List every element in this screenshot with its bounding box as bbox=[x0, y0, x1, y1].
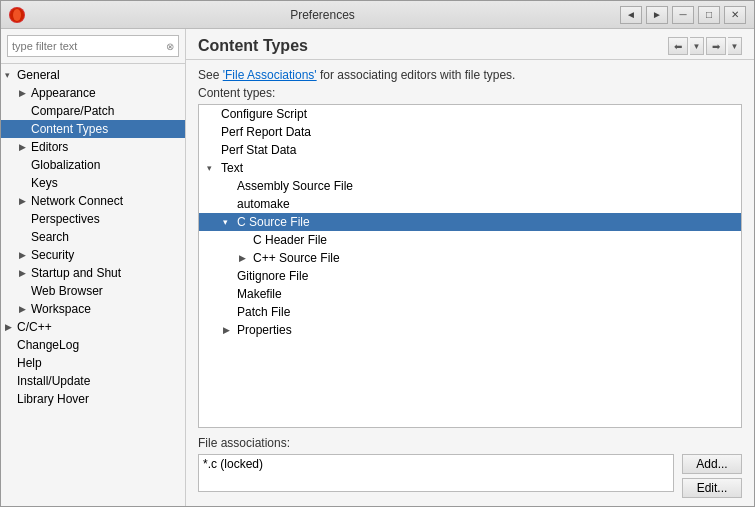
search-field-container: ⊗ bbox=[7, 35, 179, 57]
sidebar-item-editors[interactable]: ▶Editors bbox=[1, 138, 185, 156]
content-types-label: Content types: bbox=[198, 86, 742, 100]
content-header: Content Types ⬅ ▼ ➡ ▼ bbox=[186, 29, 754, 60]
list-item-c-header[interactable]: C Header File bbox=[199, 231, 741, 249]
back-btn[interactable]: ⬅ bbox=[668, 37, 688, 55]
window-title: Preferences bbox=[25, 8, 620, 22]
list-item-text[interactable]: ▾Text bbox=[199, 159, 741, 177]
sidebar-item-network-connect[interactable]: ▶Network Connect bbox=[1, 192, 185, 210]
sidebar-item-keys[interactable]: Keys bbox=[1, 174, 185, 192]
back-drop-btn[interactable]: ▼ bbox=[690, 37, 704, 55]
sidebar-item-general[interactable]: ▾General bbox=[1, 66, 185, 84]
info-before: See bbox=[198, 68, 223, 82]
list-item-cpp-source[interactable]: ▶C++ Source File bbox=[199, 249, 741, 267]
search-input[interactable] bbox=[12, 40, 132, 52]
sidebar-item-security[interactable]: ▶Security bbox=[1, 246, 185, 264]
eclipse-icon bbox=[9, 7, 25, 23]
nav-forward-btn[interactable]: ► bbox=[646, 6, 668, 24]
sidebar-item-globalization[interactable]: Globalization bbox=[1, 156, 185, 174]
edit-button[interactable]: Edit... bbox=[682, 478, 742, 498]
info-text: See 'File Associations' for associating … bbox=[198, 68, 742, 82]
list-item-configure-script[interactable]: Configure Script bbox=[199, 105, 741, 123]
list-item-automake[interactable]: automake bbox=[199, 195, 741, 213]
sidebar-item-workspace[interactable]: ▶Workspace bbox=[1, 300, 185, 318]
file-assoc-buttons: Add... Edit... bbox=[682, 454, 742, 498]
content-list: Configure ScriptPerf Report DataPerf Sta… bbox=[199, 105, 741, 339]
sidebar-item-web-browser[interactable]: Web Browser bbox=[1, 282, 185, 300]
sidebar-item-cpp[interactable]: ▶C/C++ bbox=[1, 318, 185, 336]
sidebar-item-appearance[interactable]: ▶Appearance bbox=[1, 84, 185, 102]
window-controls: ◄ ► ─ □ ✕ bbox=[620, 6, 746, 24]
content-area: Content Types ⬅ ▼ ➡ ▼ See 'File Associat… bbox=[186, 29, 754, 506]
list-item-properties[interactable]: ▶Properties bbox=[199, 321, 741, 339]
file-assoc-section: File associations: *.c (locked) Add... E… bbox=[198, 436, 742, 498]
sidebar-item-changelog[interactable]: ChangeLog bbox=[1, 336, 185, 354]
svg-point-1 bbox=[13, 9, 21, 21]
list-item-patch-file[interactable]: Patch File bbox=[199, 303, 741, 321]
file-assoc-label: File associations: bbox=[198, 436, 742, 450]
sidebar-item-perspectives[interactable]: Perspectives bbox=[1, 210, 185, 228]
sidebar: ⊗ ▾General▶AppearanceCompare/PatchConten… bbox=[1, 29, 186, 506]
main-area: ⊗ ▾General▶AppearanceCompare/PatchConten… bbox=[1, 29, 754, 506]
sidebar-item-install-update[interactable]: Install/Update bbox=[1, 372, 185, 390]
list-item-gitignore[interactable]: Gitignore File bbox=[199, 267, 741, 285]
list-item-makefile[interactable]: Makefile bbox=[199, 285, 741, 303]
content-list-container[interactable]: Configure ScriptPerf Report DataPerf Sta… bbox=[198, 104, 742, 428]
list-item-c-source[interactable]: ▾C Source File bbox=[199, 213, 741, 231]
fwd-drop-btn[interactable]: ▼ bbox=[728, 37, 742, 55]
sidebar-item-content-types[interactable]: Content Types bbox=[1, 120, 185, 138]
file-assoc-link[interactable]: 'File Associations' bbox=[223, 68, 317, 82]
fwd-btn[interactable]: ➡ bbox=[706, 37, 726, 55]
close-btn[interactable]: ✕ bbox=[724, 6, 746, 24]
search-clear-icon[interactable]: ⊗ bbox=[166, 41, 174, 52]
search-box: ⊗ bbox=[1, 29, 185, 64]
sidebar-item-compare-patch[interactable]: Compare/Patch bbox=[1, 102, 185, 120]
maximize-btn[interactable]: □ bbox=[698, 6, 720, 24]
file-assoc-list[interactable]: *.c (locked) bbox=[198, 454, 674, 492]
sidebar-item-library-hover[interactable]: Library Hover bbox=[1, 390, 185, 408]
nav-back-btn[interactable]: ◄ bbox=[620, 6, 642, 24]
title-bar-left bbox=[9, 7, 25, 23]
list-item-perf-stat[interactable]: Perf Stat Data bbox=[199, 141, 741, 159]
sidebar-item-search[interactable]: Search bbox=[1, 228, 185, 246]
preferences-window: Preferences ◄ ► ─ □ ✕ ⊗ ▾General▶Appeara… bbox=[0, 0, 755, 507]
content-body: See 'File Associations' for associating … bbox=[186, 60, 754, 506]
add-button[interactable]: Add... bbox=[682, 454, 742, 474]
file-assoc-value: *.c (locked) bbox=[203, 457, 263, 471]
minimize-btn[interactable]: ─ bbox=[672, 6, 694, 24]
file-assoc-row: *.c (locked) Add... Edit... bbox=[198, 454, 742, 498]
sidebar-item-startup-shut[interactable]: ▶Startup and Shut bbox=[1, 264, 185, 282]
content-title: Content Types bbox=[198, 37, 308, 55]
sidebar-tree: ▾General▶AppearanceCompare/PatchContent … bbox=[1, 64, 185, 506]
list-item-perf-report[interactable]: Perf Report Data bbox=[199, 123, 741, 141]
title-bar: Preferences ◄ ► ─ □ ✕ bbox=[1, 1, 754, 29]
nav-buttons: ⬅ ▼ ➡ ▼ bbox=[668, 37, 742, 55]
info-after: for associating editors with file types. bbox=[317, 68, 516, 82]
list-item-assembly[interactable]: Assembly Source File bbox=[199, 177, 741, 195]
sidebar-item-help[interactable]: Help bbox=[1, 354, 185, 372]
